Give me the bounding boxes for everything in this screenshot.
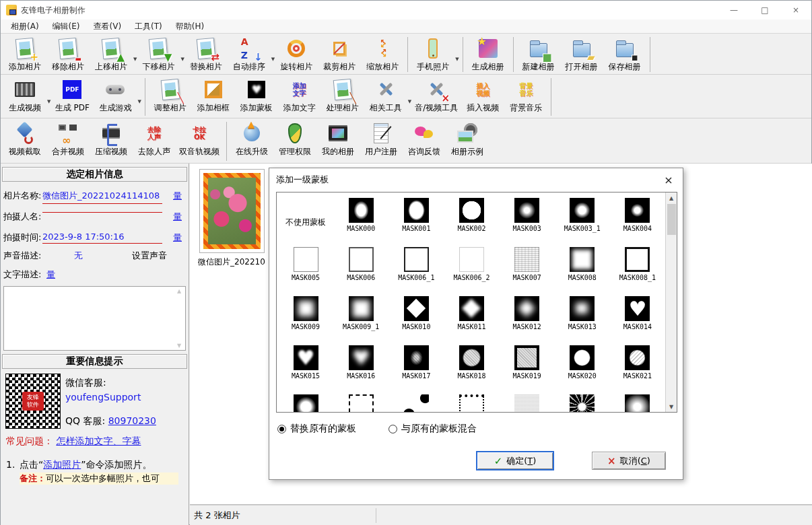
photo-name-edit-link[interactable]: 量 bbox=[173, 190, 182, 202]
mask-option[interactable] bbox=[388, 392, 444, 413]
mask-option-MASK006_1[interactable]: MASK006_1 bbox=[388, 244, 444, 293]
toolbar-button-merge-video[interactable]: 合并视频 bbox=[46, 120, 90, 158]
radio-replace-mask[interactable]: 替换原有的蒙板 bbox=[277, 423, 356, 435]
cancel-button[interactable]: × 取消(C) bbox=[592, 452, 666, 470]
scroll-up-icon[interactable]: ▲ bbox=[177, 288, 181, 294]
toolbar-button-user-register[interactable]: 用户注册 bbox=[360, 120, 403, 158]
mask-option[interactable] bbox=[500, 392, 555, 413]
mask-thumbnail[interactable] bbox=[625, 247, 650, 272]
mask-thumbnail[interactable] bbox=[459, 345, 484, 370]
mask-thumbnail[interactable] bbox=[625, 345, 650, 370]
mask-option-MASK009_1[interactable]: MASK009_1 bbox=[333, 293, 388, 343]
text-desc-edit-link[interactable]: 量 bbox=[46, 269, 55, 281]
mask-thumbnail[interactable] bbox=[459, 394, 484, 413]
mask-option-MASK016[interactable]: ♥MASK016 bbox=[333, 343, 388, 392]
mask-thumbnail[interactable] bbox=[404, 296, 429, 321]
toolbar-button-my-album[interactable]: 我的相册 bbox=[316, 120, 360, 158]
qq-service-link[interactable]: 80970230 bbox=[108, 415, 156, 426]
mask-thumbnail[interactable] bbox=[570, 296, 595, 321]
toolbar-button-related-tools[interactable]: 相关工具 bbox=[364, 76, 407, 114]
dialog-close-icon[interactable]: × bbox=[661, 172, 676, 187]
photographer-edit-link[interactable]: 量 bbox=[173, 211, 182, 223]
toolbar-button-album-sample[interactable]: 相册示例 bbox=[446, 120, 489, 158]
minimize-button[interactable]: — bbox=[718, 1, 749, 20]
toolbar-button-karaoke[interactable]: 卡拉 OK双音轨视频 bbox=[176, 120, 223, 158]
mask-option-MASK007[interactable]: MASK007 bbox=[500, 244, 555, 293]
dialog-title-bar[interactable]: 添加一级蒙板 × bbox=[269, 168, 683, 190]
scroll-down-icon[interactable]: ▼ bbox=[177, 343, 181, 349]
menu-item-0[interactable]: 相册(A) bbox=[5, 20, 45, 34]
toolbar-button-auto-sort[interactable]: ↓自动排序 bbox=[228, 35, 271, 73]
mask-thumbnail[interactable] bbox=[294, 296, 318, 321]
mask-thumbnail[interactable] bbox=[514, 345, 539, 370]
mask-option-MASK014[interactable]: ♥MASK014 bbox=[610, 293, 665, 343]
scrollbar-thumb[interactable] bbox=[667, 204, 676, 235]
toolbar-button-crop-photo[interactable]: 裁剪相片 bbox=[318, 35, 361, 73]
mask-thumbnail[interactable] bbox=[294, 394, 318, 413]
toolbar-button-generate-album[interactable]: 生成相册 bbox=[467, 35, 510, 73]
toolbar-button-remove-photo[interactable]: ▬移除相片 bbox=[46, 35, 90, 73]
mask-thumbnail[interactable] bbox=[514, 247, 539, 272]
mask-option-MASK021[interactable]: MASK021 bbox=[610, 343, 665, 392]
toolbar-button-generate-video[interactable]: 生成视频 bbox=[3, 76, 46, 114]
toolbar-button-open-album[interactable]: ▰打开相册 bbox=[560, 35, 603, 73]
mask-thumbnail[interactable] bbox=[514, 394, 539, 413]
radio-unselected-icon[interactable] bbox=[388, 425, 397, 433]
mask-option-MASK019[interactable]: MASK019 bbox=[500, 343, 555, 392]
mask-option[interactable] bbox=[555, 392, 610, 413]
mask-thumbnail[interactable] bbox=[349, 296, 374, 321]
mask-option-MASK003_1[interactable]: MASK003_1 bbox=[555, 195, 610, 244]
toolbar-button-manage-rights[interactable]: 管理权限 bbox=[273, 120, 316, 158]
mask-option-MASK004[interactable]: MASK004 bbox=[610, 195, 665, 244]
mask-thumbnail[interactable] bbox=[404, 394, 429, 413]
chevron-down-icon[interactable]: ▼ bbox=[137, 99, 141, 104]
toolbar-button-add-photo[interactable]: +添加相片 bbox=[3, 35, 46, 73]
faq-link[interactable]: 怎样添加文字、字幕 bbox=[56, 435, 141, 446]
toolbar-button-av-tools[interactable]: ×音/视频工具 bbox=[411, 76, 461, 114]
mask-option[interactable] bbox=[278, 392, 333, 413]
scroll-down-icon[interactable]: ▼ bbox=[669, 401, 673, 412]
ok-button[interactable]: ✓ 确定(T) bbox=[476, 451, 554, 470]
mask-option-MASK008[interactable]: MASK008 bbox=[555, 244, 610, 293]
toolbar-button-remove-vocal[interactable]: 去除 人声去除人声 bbox=[133, 120, 176, 158]
toolbar-button-save-album[interactable]: ▪保存相册 bbox=[603, 35, 646, 73]
textarea-scrollbar[interactable]: ▲ ▼ bbox=[174, 288, 184, 349]
mask-option-MASK018[interactable]: MASK018 bbox=[444, 343, 499, 392]
toolbar-button-video-capture[interactable]: 视频截取 bbox=[3, 120, 46, 158]
mask-option[interactable] bbox=[444, 392, 499, 413]
mask-option-MASK000[interactable]: MASK000 bbox=[333, 195, 388, 244]
mask-option-MASK015[interactable]: ♥MASK015 bbox=[278, 343, 333, 392]
mask-option-MASK006_2[interactable]: MASK006_2 bbox=[444, 244, 499, 293]
mask-option-MASK003[interactable]: MASK003 bbox=[500, 195, 555, 244]
mask-thumbnail[interactable] bbox=[294, 247, 318, 272]
chevron-down-icon[interactable]: ▼ bbox=[455, 57, 459, 62]
mask-thumbnail[interactable] bbox=[459, 198, 484, 223]
photo-thumbnail[interactable] bbox=[199, 169, 265, 253]
toolbar-button-phone-photo[interactable]: 手机照片 bbox=[411, 35, 454, 73]
mask-thumbnail[interactable] bbox=[625, 394, 650, 413]
toolbar-button-process-photo[interactable]: ╲处理相片 bbox=[321, 76, 364, 114]
radio-selected-icon[interactable] bbox=[277, 425, 286, 433]
mask-option[interactable] bbox=[333, 392, 388, 413]
text-description-textarea[interactable]: ▲ ▼ bbox=[3, 286, 186, 351]
close-button[interactable]: × bbox=[780, 1, 811, 20]
mask-option-MASK010[interactable]: MASK010 bbox=[388, 293, 444, 343]
mask-thumbnail[interactable] bbox=[570, 198, 595, 223]
mask-option-MASK002[interactable]: MASK002 bbox=[444, 195, 499, 244]
mask-thumbnail[interactable] bbox=[404, 247, 429, 272]
photographer-value[interactable] bbox=[42, 211, 162, 213]
mask-option-MASK020[interactable]: MASK020 bbox=[555, 343, 610, 392]
photo-name-value[interactable]: 微信图片_20221024114108 bbox=[42, 190, 162, 204]
toolbar-button-feedback[interactable]: 咨询反馈 bbox=[403, 120, 446, 158]
toolbar-button-compress-video[interactable]: 压缩视频 bbox=[90, 120, 133, 158]
mask-option-MASK005[interactable]: MASK005 bbox=[278, 244, 333, 293]
mask-option-MASK006[interactable]: MASK006 bbox=[333, 244, 388, 293]
mask-thumbnail[interactable] bbox=[459, 247, 484, 272]
toolbar-button-generate-game[interactable]: 生成游戏 bbox=[94, 76, 137, 114]
mask-thumbnail[interactable] bbox=[349, 247, 374, 272]
menu-item-1[interactable]: 编辑(E) bbox=[46, 20, 86, 34]
shoot-time-value[interactable]: 2023-9-8 17:50:16 bbox=[42, 232, 162, 244]
toolbar-button-scale-photo[interactable]: 缩放相片 bbox=[361, 35, 404, 73]
mask-thumbnail[interactable] bbox=[570, 345, 595, 370]
set-sound-button[interactable]: 设置声音 bbox=[132, 250, 167, 262]
